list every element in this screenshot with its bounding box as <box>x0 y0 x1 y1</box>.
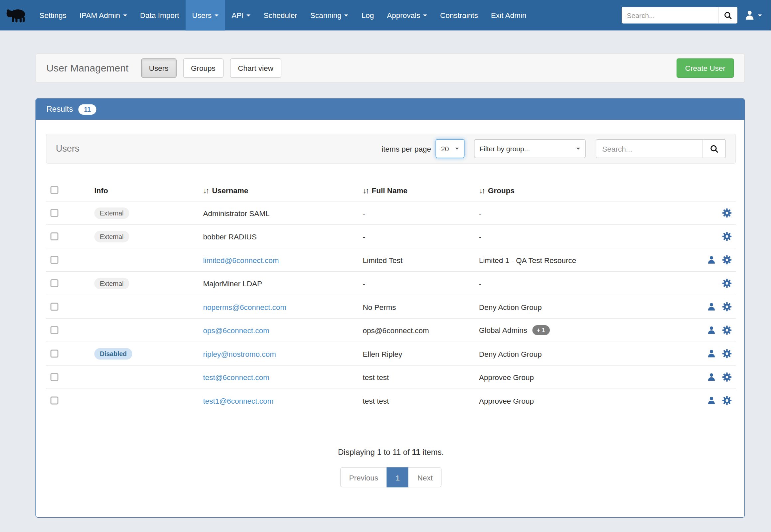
row-checkbox[interactable] <box>51 303 59 311</box>
row-checkbox[interactable] <box>51 397 59 405</box>
groups-text: - <box>479 279 482 288</box>
column-header-full-name[interactable]: ↓↑Full Name <box>363 186 479 195</box>
group-filter-select[interactable]: Filter by group... <box>474 139 586 158</box>
user-permissions-icon[interactable] <box>707 396 716 405</box>
username-link[interactable]: ops@6connect.com <box>203 326 269 334</box>
disabled-badge: Disabled <box>94 348 132 359</box>
nav-item-constraints[interactable]: Constraints <box>434 0 485 31</box>
row-checkbox[interactable] <box>51 279 59 287</box>
navbar-right <box>622 0 771 31</box>
nav-item-label: Users <box>192 11 212 20</box>
toolbar-title: Users <box>56 143 79 154</box>
settings-gear-icon[interactable] <box>722 372 732 382</box>
settings-gear-icon[interactable] <box>722 349 732 359</box>
global-search-button[interactable] <box>718 7 738 24</box>
settings-gear-icon[interactable] <box>722 231 732 241</box>
table-search-button[interactable] <box>703 140 725 158</box>
user-management-header: User Management Users Groups Chart view … <box>36 54 745 83</box>
full-name: - <box>363 279 479 288</box>
chevron-down-icon <box>423 14 427 16</box>
global-search-input[interactable] <box>622 7 718 24</box>
user-permissions-icon[interactable] <box>707 373 716 382</box>
settings-gear-icon[interactable] <box>722 278 732 288</box>
full-name: test test <box>363 373 479 381</box>
user-permissions-icon[interactable] <box>707 302 716 311</box>
row-checkbox[interactable] <box>51 326 59 334</box>
items-per-page-select[interactable]: 20 <box>436 139 465 158</box>
nav-item-scheduler[interactable]: Scheduler <box>257 0 304 31</box>
full-name: - <box>363 232 479 241</box>
table-header-row: Info↓↑Username↓↑Full Name↓↑Groups <box>46 179 736 201</box>
global-search <box>622 7 737 24</box>
tab-groups[interactable]: Groups <box>183 59 223 78</box>
nav-item-exit-admin[interactable]: Exit Admin <box>485 0 533 31</box>
nav-item-label: Settings <box>40 11 66 20</box>
tab-users[interactable]: Users <box>141 59 177 78</box>
nav-item-log[interactable]: Log <box>355 0 380 31</box>
row-checkbox[interactable] <box>51 209 59 217</box>
nav-item-scanning[interactable]: Scanning <box>304 0 355 31</box>
settings-gear-icon[interactable] <box>722 208 732 218</box>
table-row: ops@6connect.comops@6connect.comGlobal A… <box>46 318 736 342</box>
user-permissions-icon[interactable] <box>707 255 716 264</box>
username-link[interactable]: ripley@nostromo.com <box>203 349 276 358</box>
tab-chart-view[interactable]: Chart view <box>230 59 281 78</box>
column-header-username[interactable]: ↓↑Username <box>203 186 363 195</box>
column-header-groups[interactable]: ↓↑Groups <box>479 186 675 195</box>
pagination-previous[interactable]: Previous <box>340 467 388 487</box>
settings-gear-icon[interactable] <box>722 396 732 406</box>
table-row: test@6connect.comtest testApprovee Group <box>46 365 736 389</box>
nav-item-label: Scheduler <box>264 11 297 20</box>
username-link[interactable]: limited@6connect.com <box>203 256 279 264</box>
sort-icon: ↓↑ <box>203 186 209 195</box>
groups-text: Approvee Group <box>479 373 534 381</box>
nav-item-api[interactable]: API <box>225 0 257 31</box>
account-menu[interactable] <box>737 10 767 21</box>
column-header-label: Groups <box>488 186 515 195</box>
username-link[interactable]: test1@6connect.com <box>203 396 274 405</box>
search-icon <box>709 144 719 154</box>
nav-item-approvals[interactable]: Approvals <box>380 0 434 31</box>
pagination-page-1[interactable]: 1 <box>387 467 409 487</box>
row-checkbox[interactable] <box>51 232 59 240</box>
table-body: ExternalAdministrator SAML--Externalbobb… <box>46 201 736 412</box>
full-name: test test <box>363 396 479 405</box>
chevron-down-icon <box>123 14 127 16</box>
main-menu: SettingsIPAM AdminData ImportUsersAPISch… <box>33 0 533 31</box>
nav-item-users[interactable]: Users <box>186 0 225 31</box>
table-row: limited@6connect.comLimited TestLimited … <box>46 248 736 272</box>
settings-gear-icon[interactable] <box>722 255 732 265</box>
groups-text: Approvee Group <box>479 396 534 405</box>
pagination-next[interactable]: Next <box>409 467 442 487</box>
username-text: Administrator SAML <box>203 209 270 217</box>
create-user-button[interactable]: Create User <box>677 59 734 78</box>
table-search-input[interactable] <box>596 140 703 158</box>
nav-item-ipam-admin[interactable]: IPAM Admin <box>73 0 133 31</box>
settings-gear-icon[interactable] <box>722 325 732 335</box>
displaying-prefix: Displaying 1 to 11 of <box>338 448 412 457</box>
row-checkbox[interactable] <box>51 350 59 358</box>
results-title: Results <box>47 105 73 114</box>
external-badge: External <box>94 207 129 219</box>
nav-item-data-import[interactable]: Data Import <box>133 0 186 31</box>
username-link[interactable]: noperms@6connect.com <box>203 303 286 311</box>
username-link[interactable]: test@6connect.com <box>203 373 269 381</box>
groups-text: - <box>479 232 482 241</box>
pagination: Previous 1 Next <box>46 467 736 487</box>
app-logo[interactable] <box>0 0 33 31</box>
chevron-down-icon <box>247 14 251 16</box>
results-panel: Results 11 Users items per page 20 Filte… <box>36 98 745 518</box>
select-all-checkbox[interactable] <box>51 186 59 194</box>
full-name: ops@6connect.com <box>363 326 479 334</box>
chevron-down-icon <box>344 14 348 16</box>
user-permissions-icon[interactable] <box>707 349 716 358</box>
page-title: User Management <box>47 63 129 74</box>
groups-text: Limited 1 - QA Test Resource <box>479 256 576 264</box>
row-checkbox[interactable] <box>51 256 59 264</box>
nav-item-settings[interactable]: Settings <box>33 0 73 31</box>
table-row: Disabledripley@nostromo.comEllen RipleyD… <box>46 342 736 365</box>
user-permissions-icon[interactable] <box>707 326 716 335</box>
settings-gear-icon[interactable] <box>722 302 732 312</box>
row-checkbox[interactable] <box>51 373 59 381</box>
column-header-label: Info <box>94 186 108 195</box>
